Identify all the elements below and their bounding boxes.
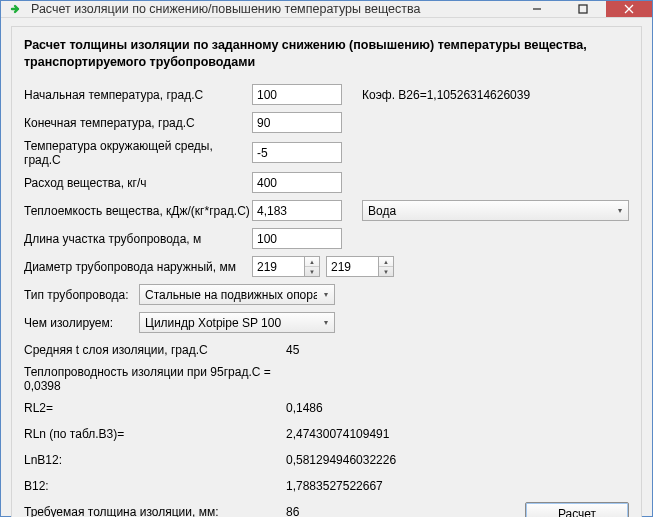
- combo-medium-value: Вода: [368, 204, 611, 218]
- app-icon: [9, 1, 25, 17]
- chevron-down-icon: ▼: [305, 267, 319, 276]
- spinner-buttons[interactable]: ▲▼: [304, 256, 320, 277]
- label-rl2: RL2=: [24, 401, 286, 415]
- label-b12: B12:: [24, 479, 286, 493]
- value-rln: 2,47430074109491: [286, 427, 389, 441]
- label-rln: RLn (по табл.B3)=: [24, 427, 286, 441]
- chevron-down-icon: ▾: [611, 206, 628, 215]
- titlebar: Расчет изоляции по снижению/повышению те…: [1, 1, 652, 18]
- label-t-env: Температура окружающей среды, град.С: [24, 139, 252, 167]
- chevron-down-icon: ▾: [317, 318, 334, 327]
- combo-ins-mat-value: Цилиндр Xotpipe SP 100: [145, 316, 317, 330]
- input-pipe-len[interactable]: [252, 228, 342, 249]
- calc-button[interactable]: Расчет: [525, 502, 629, 517]
- chevron-down-icon: ▼: [379, 267, 393, 276]
- coef-b26: Коэф. В26=1,10526314626039: [362, 88, 530, 102]
- value-b12: 1,7883527522667: [286, 479, 383, 493]
- input-t-env[interactable]: [252, 142, 342, 163]
- label-pipe-len: Длина участка трубопровода, м: [24, 232, 252, 246]
- input-t-end[interactable]: [252, 112, 342, 133]
- combo-ins-mat[interactable]: Цилиндр Xotpipe SP 100 ▾: [139, 312, 335, 333]
- window-title: Расчет изоляции по снижению/повышению те…: [31, 2, 514, 16]
- spinner-buttons[interactable]: ▲▼: [378, 256, 394, 277]
- input-flow[interactable]: [252, 172, 342, 193]
- input-diam-a[interactable]: [252, 256, 304, 277]
- chevron-up-icon: ▲: [305, 257, 319, 267]
- client-area: Расчет толщины изоляции по заданному сни…: [1, 18, 652, 517]
- label-lambda95: Теплопроводность изоляции при 95град.С =…: [24, 365, 286, 393]
- spinner-diam-a[interactable]: ▲▼: [252, 256, 320, 277]
- label-flow: Расход вещества, кг/ч: [24, 176, 252, 190]
- form-panel: Расчет толщины изоляции по заданному сни…: [11, 26, 642, 517]
- calc-button-label: Расчет: [558, 507, 596, 517]
- label-thickness: Требуемая толщина изоляции, мм:: [24, 505, 286, 517]
- combo-pipe-type[interactable]: Стальные на подвижных опорах ▾: [139, 284, 335, 305]
- label-ins-mat: Чем изолируем:: [24, 316, 139, 330]
- value-thickness: 86: [286, 505, 299, 517]
- app-window: Расчет изоляции по снижению/повышению те…: [0, 0, 653, 517]
- input-t-start[interactable]: [252, 84, 342, 105]
- value-lnb12: 0,581294946032226: [286, 453, 396, 467]
- label-t-end: Конечная температура, град.С: [24, 116, 252, 130]
- value-rl2: 0,1486: [286, 401, 323, 415]
- maximize-button[interactable]: [560, 1, 606, 17]
- spinner-diam-b[interactable]: ▲▼: [326, 256, 394, 277]
- minimize-button[interactable]: [514, 1, 560, 17]
- label-diameter: Диаметр трубопровода наружный, мм: [24, 260, 252, 274]
- input-heat-cap[interactable]: [252, 200, 342, 221]
- label-lnb12: LnB12:: [24, 453, 286, 467]
- chevron-up-icon: ▲: [379, 257, 393, 267]
- svg-rect-1: [579, 5, 587, 13]
- label-layer-t: Средняя t слоя изоляции, град.С: [24, 343, 286, 357]
- label-t-start: Начальная температура, град.С: [24, 88, 252, 102]
- combo-medium[interactable]: Вода ▾: [362, 200, 629, 221]
- window-controls: [514, 1, 652, 17]
- value-layer-t: 45: [286, 343, 299, 357]
- combo-pipe-type-value: Стальные на подвижных опорах: [145, 288, 317, 302]
- close-button[interactable]: [606, 1, 652, 17]
- chevron-down-icon: ▾: [317, 290, 334, 299]
- panel-heading: Расчет толщины изоляции по заданному сни…: [24, 37, 629, 71]
- label-heat-cap: Теплоемкость вещества, кДж/(кг*град.С): [24, 204, 252, 218]
- label-pipe-type: Тип трубопровода:: [24, 288, 139, 302]
- input-diam-b[interactable]: [326, 256, 378, 277]
